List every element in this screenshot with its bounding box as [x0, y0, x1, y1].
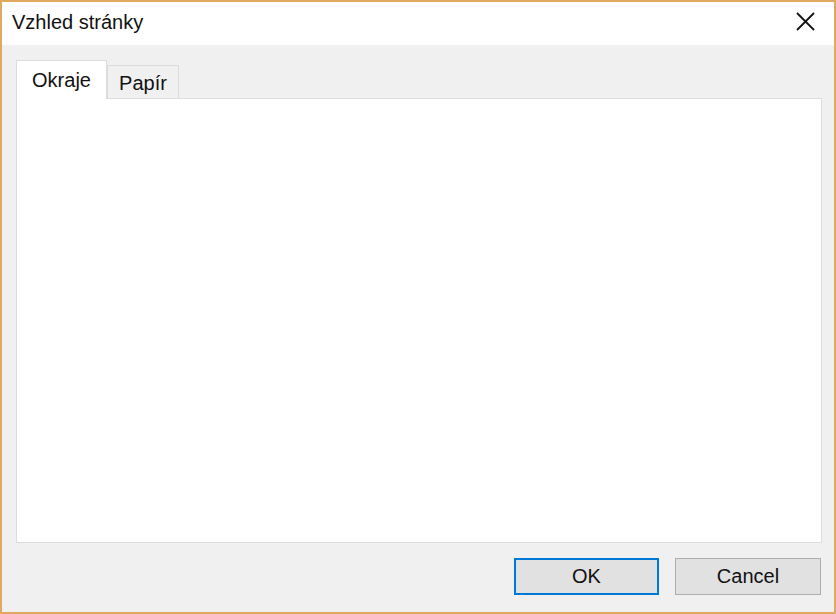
cancel-button[interactable]: Cancel: [675, 558, 821, 595]
close-icon: [796, 12, 815, 34]
page-setup-dialog: Vzhled stránky Okraje Papír Nahoře 15 ▲ …: [0, 0, 836, 614]
dialog-title: Vzhled stránky: [12, 11, 143, 34]
tab-label: Okraje: [32, 69, 91, 92]
ok-button[interactable]: OK: [514, 558, 659, 595]
tab-page-okraje: [16, 98, 822, 543]
tab-papir[interactable]: Papír: [107, 65, 179, 100]
tab-label: Papír: [119, 72, 167, 95]
tab-okraje[interactable]: Okraje: [16, 60, 107, 99]
title-bar: Vzhled stránky: [2, 2, 834, 45]
close-button[interactable]: [782, 2, 828, 44]
